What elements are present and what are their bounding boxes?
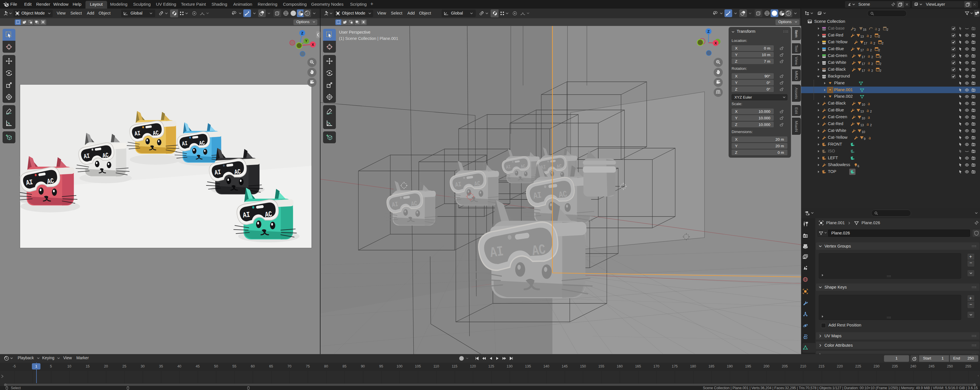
svg-text:AI: AI xyxy=(242,210,250,220)
svg-text:Y: Y xyxy=(305,39,307,43)
svg-text:AI: AI xyxy=(533,190,542,201)
svg-text:AI: AI xyxy=(455,181,462,189)
svg-text:X: X xyxy=(312,43,314,47)
svg-text:Z: Z xyxy=(301,31,304,35)
svg-text:AC: AC xyxy=(234,168,241,176)
svg-text:AC: AC xyxy=(474,180,481,188)
svg-text:AC: AC xyxy=(558,189,568,200)
svg-text:AC: AC xyxy=(264,210,272,219)
svg-text:AC: AC xyxy=(102,151,109,159)
svg-text:AC: AC xyxy=(410,200,418,208)
svg-text:AI: AI xyxy=(134,130,141,138)
svg-text:AI: AI xyxy=(25,178,33,187)
svg-text:X: X xyxy=(714,41,717,45)
svg-text:Z: Z xyxy=(707,29,710,33)
svg-text:AC: AC xyxy=(46,177,54,186)
svg-text:AC: AC xyxy=(520,164,526,170)
svg-text:AC: AC xyxy=(153,129,159,137)
svg-text:AC: AC xyxy=(199,140,205,147)
svg-text:AI: AI xyxy=(506,164,511,170)
svg-text:AC: AC xyxy=(556,163,562,170)
svg-text:AI: AI xyxy=(391,201,399,209)
svg-text:AI: AI xyxy=(83,153,90,161)
svg-text:AI: AI xyxy=(181,140,188,147)
svg-text:AI: AI xyxy=(489,244,505,261)
svg-text:AI: AI xyxy=(214,168,221,177)
svg-text:AC: AC xyxy=(531,242,547,259)
